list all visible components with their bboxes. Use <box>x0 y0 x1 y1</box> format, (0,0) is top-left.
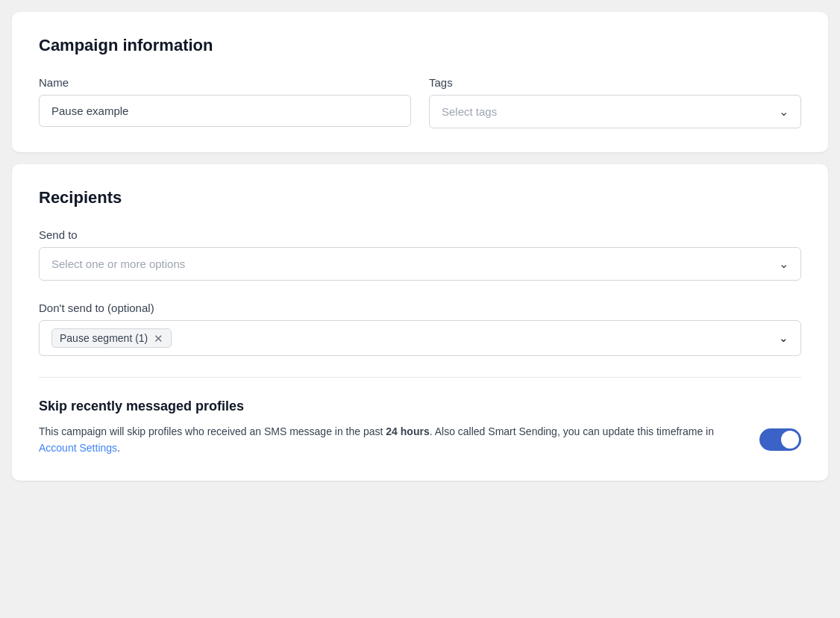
dont-send-tag-label: Pause segment (1) <box>60 332 148 344</box>
dont-send-group: Don't send to (optional) Pause segment (… <box>39 302 801 356</box>
skip-text-2: . Also called Smart Sending, you can upd… <box>430 425 714 437</box>
account-settings-link[interactable]: Account Settings <box>39 442 117 454</box>
name-label: Name <box>39 76 411 89</box>
smart-sending-toggle[interactable] <box>759 428 801 451</box>
send-to-label: Send to <box>39 228 801 241</box>
dont-send-select[interactable]: Pause segment (1) ✕ ⌄ <box>39 320 801 356</box>
send-to-section: Send to Select one or more options ⌄ <box>39 228 801 281</box>
tags-field-group: Tags Select tags ⌄ <box>429 76 801 128</box>
toggle-slider <box>759 428 801 451</box>
chevron-down-icon: ⌄ <box>779 104 789 119</box>
skip-bold: 24 hours <box>386 425 429 437</box>
skip-description: This campaign will skip profiles who rec… <box>39 423 742 457</box>
recipients-title: Recipients <box>39 188 801 207</box>
tags-placeholder: Select tags <box>442 105 497 118</box>
dont-send-tags: Pause segment (1) ✕ <box>51 328 172 348</box>
tags-select[interactable]: Select tags ⌄ <box>429 95 801 128</box>
send-to-placeholder: Select one or more options <box>51 258 185 270</box>
dont-send-tag-badge: Pause segment (1) ✕ <box>51 328 172 348</box>
send-to-select[interactable]: Select one or more options ⌄ <box>39 247 801 281</box>
chevron-down-icon: ⌄ <box>779 257 789 271</box>
send-to-group: Send to Select one or more options ⌄ <box>39 228 801 281</box>
name-input[interactable] <box>39 95 411 127</box>
skip-title: Skip recently messaged profiles <box>39 399 801 414</box>
dont-send-section: Don't send to (optional) Pause segment (… <box>39 302 801 356</box>
skip-text-1: This campaign will skip profiles who rec… <box>39 425 386 437</box>
tags-label: Tags <box>429 76 801 89</box>
remove-tag-icon[interactable]: ✕ <box>154 333 163 344</box>
name-field-group: Name <box>39 76 411 128</box>
campaign-information-title: Campaign information <box>39 36 801 55</box>
campaign-information-card: Campaign information Name Tags Select ta… <box>12 12 828 152</box>
recipients-card: Recipients Send to Select one or more op… <box>12 164 828 481</box>
skip-section: Skip recently messaged profiles This cam… <box>39 399 801 457</box>
skip-text-3: . <box>117 442 120 454</box>
skip-row: This campaign will skip profiles who rec… <box>39 423 801 457</box>
dont-send-label: Don't send to (optional) <box>39 302 801 314</box>
chevron-down-icon: ⌄ <box>779 331 789 345</box>
section-divider <box>39 377 801 378</box>
